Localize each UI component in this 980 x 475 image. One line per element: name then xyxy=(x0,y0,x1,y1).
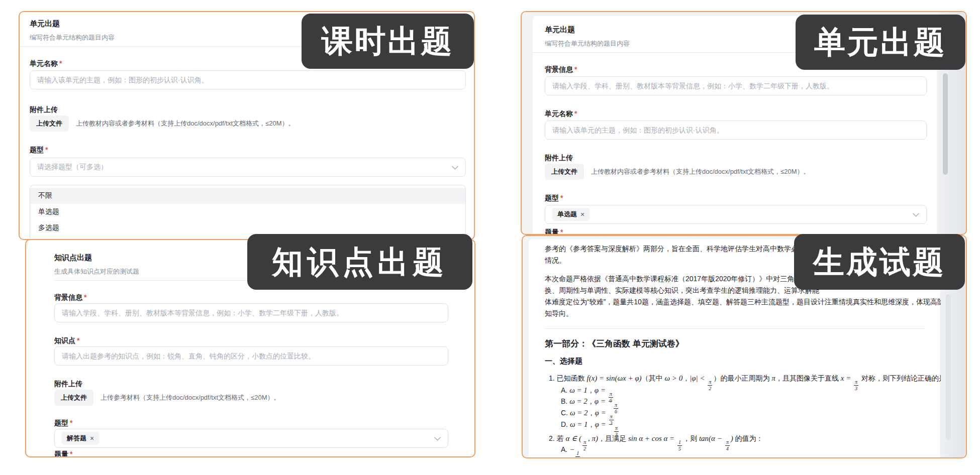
background-label: 背景信息* xyxy=(54,293,86,302)
upload-file-button[interactable]: 上传文件 xyxy=(30,115,69,132)
quantity-label: 题量* xyxy=(54,450,72,457)
section-title: 第一部分：《三角函数 单元测试卷》 xyxy=(545,338,684,349)
background-label: 背景信息* xyxy=(545,65,577,74)
unit-name-input[interactable] xyxy=(30,70,466,89)
scrollbar-thumb[interactable] xyxy=(943,73,948,175)
tag-remove-icon[interactable]: × xyxy=(580,211,584,218)
form-title: 知识点出题 xyxy=(54,253,92,263)
paragraph-line: 换、周期性与单调性、实际建模等核心知识，突出考查学生的逻辑推理能力、运算求解能 xyxy=(545,285,819,296)
question-type-select[interactable]: 解答题× xyxy=(54,429,448,448)
question-type-select[interactable]: 请选择题型（可多选） xyxy=(30,158,466,177)
question-type-label: 题型* xyxy=(545,194,563,203)
selected-type-tag: 解答题× xyxy=(62,432,99,445)
selected-type-tag: 单选题× xyxy=(552,208,590,221)
background-input[interactable] xyxy=(54,303,448,322)
attachment-label: 附件上传 xyxy=(30,105,58,114)
quantity-label: 题量* xyxy=(545,228,563,235)
unit-name-label: 单元名称* xyxy=(30,59,62,68)
badge-unit-label: 单元出题 xyxy=(796,15,965,70)
badge-lesson-label: 课时出题 xyxy=(302,14,474,69)
upload-hint: 上传教材内容或者参考材料（支持上传doc/docx/pdf/txt文档格式，≤2… xyxy=(591,167,810,176)
annotated-screenshot-collage: 单元出题 编写符合单元结构的题目内容 单元名称* 附件上传 上传文件 上传教材内… xyxy=(0,0,980,475)
paragraph-line: 本次命题严格依据《普通高中数学课程标准（2017年版2020年修订）》中对三角函… xyxy=(545,273,808,284)
knowledge-point-input[interactable] xyxy=(54,346,448,366)
dropdown-option-single-choice[interactable]: 单选题 xyxy=(30,204,465,220)
form-title: 单元出题 xyxy=(545,25,575,35)
paragraph-line: 参考的《参考答案与深度解析》两部分，旨在全面、科学地评估学生对高中数学必修第 xyxy=(545,243,812,254)
upload-file-button[interactable]: 上传文件 xyxy=(545,164,584,180)
unit-name-input[interactable] xyxy=(545,121,927,140)
question-type-label: 题型* xyxy=(54,419,72,428)
unit-name-label: 单元名称* xyxy=(545,109,577,118)
select-placeholder: 请选择题型（可多选） xyxy=(37,163,108,172)
question-type-select[interactable]: 单选题× xyxy=(545,205,927,224)
chevron-down-icon xyxy=(452,163,458,170)
question-type-dropdown: 不限 单选题 多选题 xyxy=(30,185,466,240)
chevron-down-icon xyxy=(434,434,441,441)
badge-knowledge-label: 知识点出题 xyxy=(247,234,472,290)
background-input[interactable] xyxy=(545,76,927,95)
question-2-option: B. −7 xyxy=(561,454,578,458)
paragraph-line: 情况。 xyxy=(545,255,566,266)
form-subtitle: 编写符合单元结构的题目内容 xyxy=(30,33,115,42)
form-subtitle: 生成具体知识点对应的测试题 xyxy=(54,267,139,276)
paragraph-line: 知导向。 xyxy=(545,308,573,319)
form-title: 单元出题 xyxy=(30,19,60,29)
attachment-label: 附件上传 xyxy=(545,154,573,163)
upload-hint: 上传参考材料（支持上传doc/docx/pdf/txt文档格式，≤20M）。 xyxy=(101,393,280,402)
divider xyxy=(545,328,925,329)
subsection-title: 一、选择题 xyxy=(545,355,582,367)
paragraph-line: 体难度定位为“较难”，题量共10题，涵盖选择题、填空题、解答题三种主流题型，题目… xyxy=(545,296,951,307)
upload-file-button[interactable]: 上传文件 xyxy=(54,390,93,406)
dropdown-option-any[interactable]: 不限 xyxy=(30,188,465,204)
form-subtitle: 编写符合单元结构的题目内容 xyxy=(545,39,630,48)
question-type-label: 题型* xyxy=(30,146,48,155)
scrollbar-track[interactable] xyxy=(946,294,951,440)
upload-hint: 上传教材内容或者参考材料（支持上传doc/docx/pdf/txt文档格式，≤2… xyxy=(76,119,295,128)
badge-generated-label: 生成试题 xyxy=(794,234,965,290)
attachment-label: 附件上传 xyxy=(54,380,82,389)
chevron-down-icon xyxy=(913,210,919,217)
tag-remove-icon[interactable]: × xyxy=(90,435,94,442)
knowledge-point-label: 知识点* xyxy=(54,336,79,345)
